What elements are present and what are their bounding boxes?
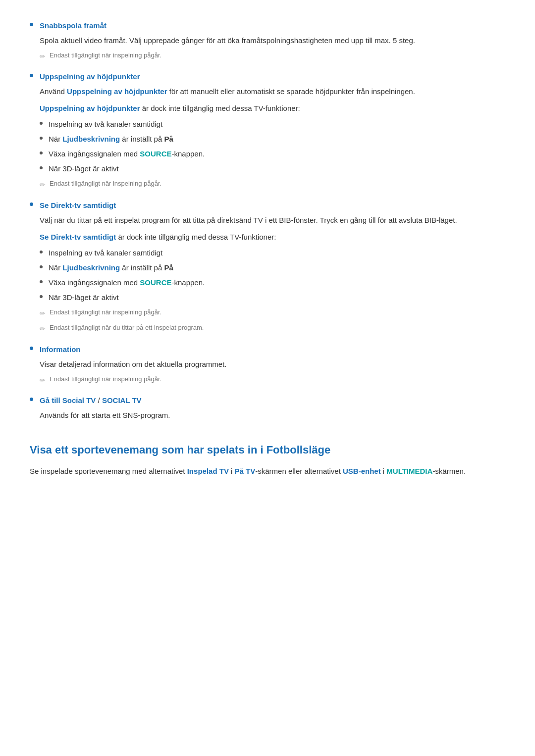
- sub-bullet-icon: [40, 280, 43, 283]
- link-ljudbeskrivning-2[interactable]: Ljudbeskrivning: [62, 263, 120, 272]
- note-se-direkt-tv-2: ✏ Endast tillgängligt när du tittar på e…: [40, 323, 505, 334]
- note-text-se-direkt-tv-1: Endast tillgängligt när inspelning pågår…: [50, 307, 161, 318]
- bullet-icon: [30, 398, 33, 401]
- sublist-uppspelning: Inspelning av två kanaler samtidigt När …: [40, 118, 505, 175]
- note-snabbspola: ✏ Endast tillgängligt när inspelning påg…: [40, 50, 505, 62]
- list-item: Inspelning av två kanaler samtidigt: [40, 247, 505, 259]
- list-item: Växa ingångssignalen med SOURCE-knappen.: [40, 148, 505, 160]
- link-inspelad-tv[interactable]: Inspelad TV: [187, 467, 229, 475]
- bullet-icon: [30, 347, 33, 350]
- section-snabbspola: Snabbspola framåt Spola aktuell video fr…: [30, 20, 505, 62]
- big-section-body: Se inspelade sportevenemang med alternat…: [30, 465, 505, 477]
- pencil-icon: ✏: [40, 51, 46, 62]
- bullet-icon: [30, 74, 33, 77]
- list-item: När Ljudbeskrivning är inställt på På: [40, 133, 505, 145]
- section-divider: Visa ett sportevenemang som har spelats …: [30, 441, 505, 477]
- link-source-2[interactable]: SOURCE: [140, 278, 171, 287]
- section-body-se-direkt-tv: Välj när du tittar på ett inspelat progr…: [40, 214, 505, 226]
- pencil-icon: ✏: [40, 323, 46, 334]
- section-uppspelning: Uppspelning av höjdpunkter Använd Uppspe…: [30, 71, 505, 190]
- sub-bullet-icon: [40, 166, 43, 169]
- sub-bullet-icon: [40, 265, 43, 268]
- pencil-icon: ✏: [40, 308, 46, 319]
- bullet-icon: [30, 23, 33, 26]
- list-item: När Ljudbeskrivning är inställt på På: [40, 262, 505, 274]
- big-section-title: Visa ett sportevenemang som har spelats …: [30, 441, 505, 458]
- section-body-uppspelning: Använd Uppspelning av höjdpunkter för at…: [40, 86, 505, 98]
- section-title-uppspelning: Uppspelning av höjdpunkter: [40, 72, 140, 81]
- sub-bullet-icon: [40, 295, 43, 298]
- link-multimedia[interactable]: MULTIMEDIA: [386, 467, 432, 475]
- list-item: Inspelning av två kanaler samtidigt: [40, 118, 505, 130]
- note-se-direkt-tv-1: ✏ Endast tillgängligt när inspelning påg…: [40, 307, 505, 319]
- note-text-uppspelning: Endast tillgängligt när inspelning pågår…: [50, 179, 161, 189]
- sublist-se-direkt-tv: Inspelning av två kanaler samtidigt När …: [40, 247, 505, 303]
- sub-bullet-icon: [40, 251, 43, 253]
- pencil-icon: ✏: [40, 375, 46, 386]
- sub-bullet-icon: [40, 137, 43, 140]
- note-text-information: Endast tillgängligt när inspelning pågår…: [50, 374, 161, 385]
- unavailable-text-se-direkt-tv: Se Direkt-tv samtidigt är dock inte till…: [40, 231, 505, 243]
- pencil-icon: ✏: [40, 179, 46, 190]
- section-body-snabbspola: Spola aktuell video framåt. Välj upprepa…: [40, 35, 505, 47]
- section-social-tv: Gå till Social TV / SOCIAL TV Används fö…: [30, 395, 505, 421]
- section-title-information: Information: [40, 345, 81, 353]
- section-title-social-tv: Gå till Social TV / SOCIAL TV: [40, 396, 142, 404]
- section-information: Information Visar detaljerad information…: [30, 344, 505, 386]
- list-item: När 3D-läget är aktivt: [40, 163, 505, 175]
- note-text-se-direkt-tv-2: Endast tillgängligt när du tittar på ett…: [50, 323, 204, 333]
- section-body-information: Visar detaljerad information om det aktu…: [40, 358, 505, 370]
- note-text-snabbspola: Endast tillgängligt när inspelning pågår…: [50, 50, 161, 61]
- list-item: Växa ingångssignalen med SOURCE-knappen.: [40, 277, 505, 289]
- bullet-icon: [30, 202, 33, 206]
- unavailable-text-uppspelning: Uppspelning av höjdpunkter är dock inte …: [40, 102, 505, 114]
- main-section-list: Snabbspola framåt Spola aktuell video fr…: [30, 20, 505, 421]
- link-usb-enhet[interactable]: USB-enhet: [343, 467, 381, 475]
- section-title-se-direkt-tv: Se Direkt-tv samtidigt: [40, 201, 116, 209]
- link-pa-tv[interactable]: På TV: [235, 467, 256, 475]
- sub-bullet-icon: [40, 122, 43, 125]
- section-title-snabbspola: Snabbspola framåt: [40, 21, 107, 30]
- section-body-social-tv: Används för att starta ett SNS-program.: [40, 409, 505, 421]
- link-ljudbeskrivning-1[interactable]: Ljudbeskrivning: [62, 135, 120, 143]
- link-source-1[interactable]: SOURCE: [140, 150, 171, 158]
- note-information: ✏ Endast tillgängligt när inspelning påg…: [40, 374, 505, 386]
- list-item: När 3D-läget är aktivt: [40, 292, 505, 303]
- unavailable-label-uppspelning: Uppspelning av höjdpunkter: [40, 104, 140, 112]
- note-uppspelning: ✏ Endast tillgängligt när inspelning påg…: [40, 179, 505, 190]
- section-se-direkt-tv: Se Direkt-tv samtidigt Välj när du titta…: [30, 200, 505, 335]
- link-uppspelning-inline[interactable]: Uppspelning av höjdpunkter: [67, 87, 167, 96]
- sub-bullet-icon: [40, 151, 43, 154]
- link-ga-till-social-tv[interactable]: Gå till Social TV: [40, 396, 96, 404]
- unavailable-label-se-direkt-tv: Se Direkt-tv samtidigt: [40, 233, 116, 241]
- link-social-tv[interactable]: SOCIAL TV: [102, 396, 142, 404]
